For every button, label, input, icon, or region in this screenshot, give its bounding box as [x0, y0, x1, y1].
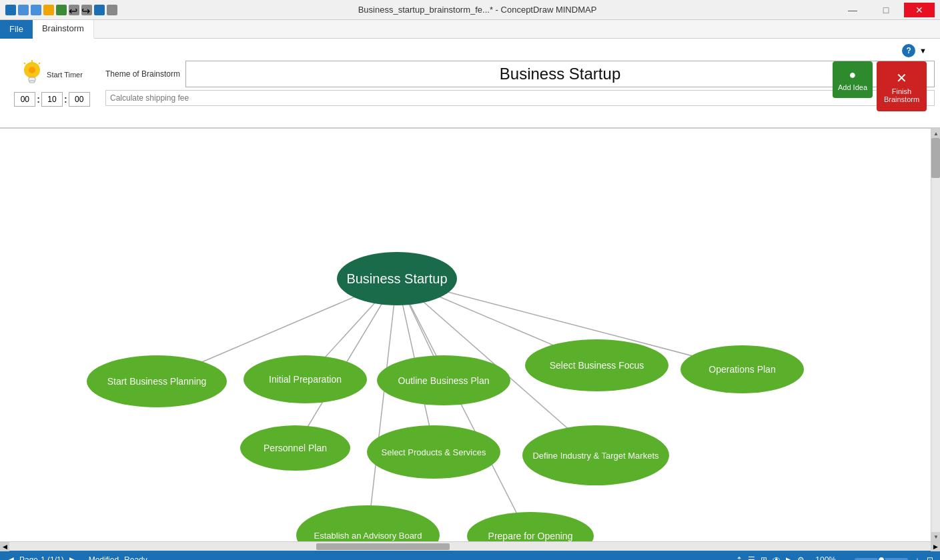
pages-icon[interactable]: ☰	[748, 555, 755, 560]
minimize-button[interactable]: —	[837, 3, 868, 17]
horizontal-scroll-thumb[interactable]	[316, 543, 450, 550]
svg-line-16	[397, 279, 528, 536]
print-icon[interactable]	[56, 5, 67, 15]
svg-line-5	[39, 63, 40, 64]
finish-brainstorm-button[interactable]: ✕ FinishBrainstorm	[877, 61, 927, 111]
svg-line-15	[368, 279, 397, 535]
fit-icon[interactable]: ⊡	[927, 555, 933, 560]
zoom-in[interactable]: ＋	[913, 555, 921, 561]
menu-file[interactable]: File	[0, 20, 33, 39]
zoom-out[interactable]: －	[841, 555, 849, 561]
eye-icon[interactable]: 👁	[773, 555, 781, 560]
node-initial-preparation[interactable]: Initial Preparation	[244, 355, 367, 403]
title-bar: ↩ ↪ Business_startup_brainstorm_fe...* -…	[0, 0, 940, 20]
save-icon[interactable]	[43, 5, 54, 15]
node-define-industry-target-markets[interactable]: Define Industry & Target Markets	[522, 425, 669, 485]
share-status-icon[interactable]: ⇡	[736, 555, 743, 560]
modified-label: Modified	[89, 555, 119, 560]
svg-line-4	[24, 63, 25, 64]
timer-icon-area: Start Timer	[21, 60, 83, 89]
action-buttons: ? ▼ ● Add Idea ✕ FinishBrainstorm	[833, 44, 927, 111]
scroll-up-arrow[interactable]: ▲	[931, 129, 940, 138]
grid-icon[interactable]: ⊞	[761, 555, 767, 560]
status-left: ◀ Page-1 (1/1) ▶ Modified Ready	[7, 555, 147, 560]
zoom-handle[interactable]	[877, 556, 885, 560]
zoom-label: 100%	[815, 555, 836, 560]
open-icon[interactable]	[31, 5, 41, 15]
play-icon[interactable]: ▶	[786, 555, 792, 560]
theme-input[interactable]	[185, 61, 935, 87]
status-right: ⇡ ☰ ⊞ 👁 ▶ ⚙ 100% － ＋ ⊡	[736, 555, 933, 561]
scroll-thumb[interactable]	[931, 138, 940, 178]
node-personnel-plan[interactable]: Personnel Plan	[240, 425, 350, 471]
nav-prev[interactable]: ◀	[7, 555, 14, 560]
scroll-right-arrow[interactable]: ▶	[931, 542, 940, 551]
horizontal-scrollbar: ◀ ▶	[0, 541, 940, 551]
svg-rect-2	[29, 81, 35, 83]
settings-icon[interactable]: ⚙	[797, 555, 805, 560]
timer-sep2: :	[64, 94, 67, 105]
toolbar: Start Timer : : Theme of Brainstorm ? ▼ …	[0, 39, 940, 129]
maximize-button[interactable]: □	[871, 3, 901, 17]
svg-point-6	[29, 67, 35, 73]
finish-icon: ✕	[896, 70, 907, 86]
lightbulb-icon	[21, 60, 43, 89]
canvas-area: ▲ ▼ Business Startup Start Business Plan…	[0, 129, 940, 541]
theme-label: Theme of Brainstorm	[105, 69, 180, 79]
share-icon[interactable]	[94, 5, 105, 15]
add-idea-button[interactable]: ● Add Idea	[833, 61, 873, 98]
ready-label: Ready	[124, 555, 147, 560]
window-controls: — □ ✕	[837, 3, 935, 17]
center-node[interactable]: Business Startup	[337, 252, 457, 305]
new-icon[interactable]	[18, 5, 29, 15]
node-outline-business-plan[interactable]: Outline Business Plan	[377, 355, 510, 405]
scrollbar-track: ▲ ▼	[931, 129, 940, 541]
menu-bar: File Brainstorm	[0, 20, 940, 39]
add-idea-plus: ●	[849, 68, 857, 82]
start-timer-label[interactable]: Start Timer	[47, 71, 83, 79]
add-idea-label: Add Idea	[838, 83, 867, 91]
timer-section: Start Timer : :	[5, 60, 99, 107]
timer-inputs: : :	[14, 92, 89, 107]
timer-minutes[interactable]	[41, 92, 63, 107]
timer-hours[interactable]	[14, 92, 35, 107]
theme-row: Theme of Brainstorm	[105, 61, 935, 87]
mindmap-svg	[0, 129, 931, 541]
timer-seconds[interactable]	[69, 92, 90, 107]
close-button[interactable]: ✕	[904, 3, 935, 17]
nav-next[interactable]: ▶	[69, 555, 77, 560]
title-bar-left: ↩ ↪	[5, 5, 117, 15]
finish-label: FinishBrainstorm	[884, 87, 919, 103]
node-operations-plan[interactable]: Operations Plan	[680, 345, 804, 393]
scroll-down-arrow[interactable]: ▼	[931, 532, 940, 541]
node-select-business-focus[interactable]: Select Business Focus	[525, 339, 668, 391]
toolbar-icons: ↩ ↪	[5, 5, 117, 15]
extra-icon[interactable]	[107, 5, 117, 15]
node-start-business-planning[interactable]: Start Business Planning	[87, 355, 227, 407]
window-title: Business_startup_brainstorm_fe...* - Con…	[358, 5, 597, 15]
page-label: Page-1 (1/1)	[19, 555, 64, 560]
node-select-products-services[interactable]: Select Products & Services	[367, 425, 500, 479]
menu-brainstorm[interactable]: Brainstorm	[33, 20, 94, 39]
app-icon	[5, 5, 16, 15]
status-bar: ◀ Page-1 (1/1) ▶ Modified Ready ⇡ ☰ ⊞ 👁 …	[0, 551, 940, 560]
theme-section: Theme of Brainstorm	[105, 61, 935, 106]
help-dropdown[interactable]: ▼	[919, 47, 927, 55]
timer-sep1: :	[37, 94, 40, 105]
help-icon[interactable]: ?	[902, 44, 915, 57]
idea-row	[105, 90, 935, 106]
redo-icon[interactable]: ↪	[81, 5, 92, 15]
undo-icon[interactable]: ↩	[69, 5, 79, 15]
scroll-left-arrow[interactable]: ◀	[0, 542, 9, 551]
idea-input[interactable]	[105, 90, 935, 106]
